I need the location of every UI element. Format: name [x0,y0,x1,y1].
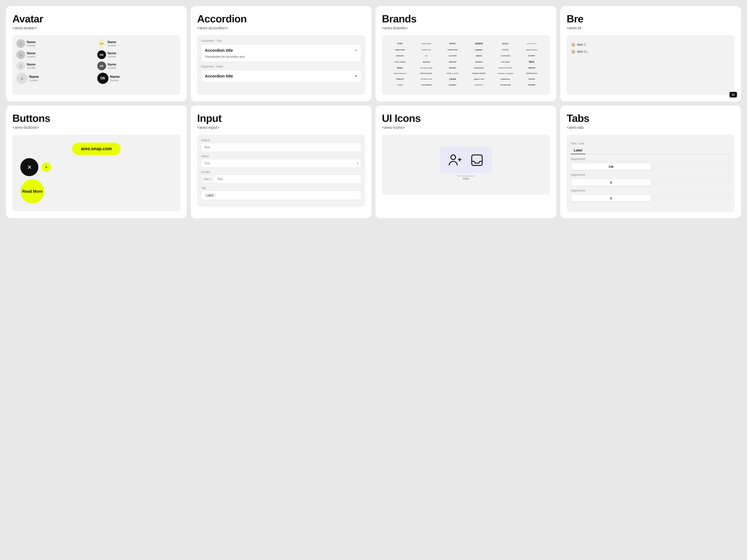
brand-item: AEROPOSTALE [519,71,544,76]
close-button[interactable]: ✕ [20,158,38,176]
brand-item: American Threads [493,66,518,70]
pill-button[interactable]: ares.snap.com [72,143,121,155]
select-wrapper: Text ▾ [201,159,361,168]
brand-item: SHEIN [519,77,544,81]
avatar-text: Name Subtitle [108,63,117,69]
accordion-item-collapsed[interactable]: Accordion title + [201,70,361,82]
brand-item: asos [493,48,518,52]
ci-badge: CI [729,92,737,98]
read-more-button[interactable]: Read More [20,179,44,203]
icons-title: UI Icons [382,112,550,124]
segment-group-3: S [571,194,731,202]
avatar-item: Name Subtitle [16,73,96,84]
avatar-text: Name Subtitle [29,75,39,82]
brand-item: AMERICAN EAGLE [519,48,544,52]
breadcrumb-content: 🏠 Item 1 🏠 Item 1/... [567,35,735,95]
svg-point-5 [451,155,455,159]
brands-grid: PUMA patagonia DIESEL adidas BOSS Lilla … [386,39,546,89]
avatar-subtitle: Subtitle [108,66,117,69]
brand-item: rebel [387,66,413,70]
input-section-default: Default [201,138,361,152]
input-label-select: Select [201,155,361,158]
tab-item-label[interactable]: Label [571,147,586,154]
brand-item: Bjorn Borg [440,48,465,52]
brand-item: Clark Kent [493,53,518,58]
combo-input[interactable] [214,175,361,183]
segment-item[interactable] [651,195,730,202]
brand-item: UNIVERSAL STANDARD [493,71,518,76]
breadcrumb-label: Item 1/... [577,50,589,53]
brand-item: MAMMUT [467,59,492,65]
segment-item[interactable] [651,179,730,186]
input-section-select: Select Text ▾ [201,155,361,168]
svg-point-0 [20,42,21,44]
brand-item: BOSTON PROPER [467,71,492,76]
icons-tag: <ares-icons> [382,125,550,130]
avatar-item: Name Subtitle [16,61,96,70]
tabs-display: Tabs - Line Label Segmented CM Segmented… [571,138,731,208]
avatar-name: Name [27,52,35,55]
accordion-item-expanded[interactable]: Accordion title − Placeholder for accord… [201,44,361,62]
accordion-header: Accordion title − [205,48,357,53]
avatar-item: DB Name Subtitle [97,73,177,84]
avatar-name: Name [108,52,117,55]
svg-point-3 [21,77,23,78]
avatar-item: Name Subtitle [16,39,96,48]
segment-item[interactable] [651,163,730,170]
breadcrumb-item: 🏠 Item 1/... [571,48,731,55]
input-label-default: Default [201,138,361,142]
brand-item: CALVIN KLEIN [414,66,439,70]
avatar-circle: DB [97,39,106,48]
buttons-tag: <ares-buttons> [12,125,180,130]
brand-item: ≡≡ [414,53,439,58]
brand-item: LACOSTE [440,53,465,58]
input-section-combo: Combo http:// [201,170,361,183]
svg-rect-8 [471,155,482,166]
person-icon [19,53,23,57]
inbox-icon [470,153,484,167]
brands-content: PUMA patagonia DIESEL adidas BOSS Lilla … [382,35,550,95]
tabs-title: Tabs [567,112,735,124]
accordion-expanded-label: Expanded - True [201,39,361,42]
plus-icon: + [355,74,357,79]
brand-item: SURREALIST [467,83,492,87]
brand-item: THE NORTH FACE [414,77,439,81]
icons-content: 42px [382,135,550,195]
brand-item: ZARA [440,77,465,81]
avatar-text: Name Subtitle [27,40,35,47]
segment-item[interactable]: S [571,195,651,202]
tag-input[interactable]: Label [201,191,361,200]
brand-item: goodr [519,83,544,87]
avatar-text: Name Subtitle [27,63,35,69]
input-card: Input <ares-input> Default Select Text ▾… [191,105,371,218]
avatar-circle: DB [97,50,106,59]
person-icon [19,41,23,46]
avatar-name: Name [108,40,117,44]
segment-item[interactable]: S [571,179,651,186]
brand-item: AMARO [440,59,465,65]
segment-group-1: CM [571,162,731,171]
avatar-name: Name [27,63,35,66]
avatar-text: Name Subtitle [108,40,117,47]
avatar-item: DB Name Subtitle [97,61,177,70]
avatar-circle [16,50,25,59]
add-button[interactable]: + [42,162,51,172]
combo-wrapper: http:// [201,175,361,183]
avatar-subtitle: Subtitle [27,44,35,47]
accordion-item-title: Accordion title [205,74,233,78]
brand-item: PUMA [387,41,413,46]
avatar-name: Name [110,75,120,79]
brand-item: Wombat [440,83,465,87]
tab-line: Label [571,147,731,154]
accordion-body: Placeholder for accordion text. [205,55,357,58]
brands-title: Brands [382,13,550,25]
input-default[interactable] [201,143,361,152]
brand-item: ABOUT YOU [467,77,492,81]
avatar-circle: DB [97,73,108,84]
brand-item: DIESEL [440,41,465,46]
avatar-name: Name [27,40,35,44]
input-select[interactable]: Text [201,159,361,168]
segment-item[interactable]: CM [571,163,651,170]
brand-item: BOSS [493,41,518,46]
avatar-item: DB Name Subtitle [97,39,177,48]
